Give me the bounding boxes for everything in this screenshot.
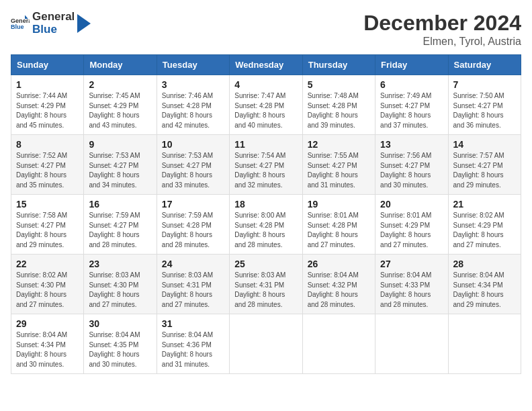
day-detail: Sunrise: 8:04 AMSunset: 4:36 PMDaylight:… (162, 331, 213, 368)
day-cell: 20 Sunrise: 8:01 AMSunset: 4:29 PMDaylig… (375, 195, 448, 255)
day-cell: 24 Sunrise: 8:03 AMSunset: 4:31 PMDaylig… (157, 255, 229, 314)
day-cell: 23 Sunrise: 8:03 AMSunset: 4:30 PMDaylig… (84, 255, 157, 314)
day-cell: 27 Sunrise: 8:04 AMSunset: 4:33 PMDaylig… (375, 255, 448, 314)
day-detail: Sunrise: 7:49 AMSunset: 4:27 PMDaylight:… (380, 92, 431, 129)
day-number: 9 (89, 139, 151, 150)
logo-general: General (32, 11, 75, 24)
day-number: 3 (162, 79, 224, 90)
day-detail: Sunrise: 8:04 AMSunset: 4:34 PMDaylight:… (16, 331, 67, 368)
day-detail: Sunrise: 8:03 AMSunset: 4:31 PMDaylight:… (162, 271, 213, 308)
day-cell: 30 Sunrise: 8:04 AMSunset: 4:35 PMDaylig… (84, 314, 157, 374)
day-number: 11 (234, 139, 297, 150)
day-number: 20 (380, 199, 443, 210)
day-number: 4 (234, 79, 297, 90)
week-row-3: 15 Sunrise: 7:58 AMSunset: 4:27 PMDaylig… (11, 195, 521, 255)
logo-icon: General Blue (11, 14, 30, 33)
day-number: 31 (162, 318, 224, 329)
day-number: 22 (16, 259, 79, 269)
day-detail: Sunrise: 7:46 AMSunset: 4:28 PMDaylight:… (162, 92, 213, 129)
day-cell: 25 Sunrise: 8:03 AMSunset: 4:31 PMDaylig… (230, 255, 302, 314)
column-header-friday: Friday (375, 55, 448, 75)
day-detail: Sunrise: 8:04 AMSunset: 4:34 PMDaylight:… (453, 271, 504, 308)
day-cell: 11 Sunrise: 7:54 AMSunset: 4:27 PMDaylig… (230, 135, 302, 195)
day-cell: 17 Sunrise: 7:59 AMSunset: 4:28 PMDaylig… (157, 195, 229, 255)
day-number: 1 (16, 79, 79, 90)
day-cell: 10 Sunrise: 7:53 AMSunset: 4:27 PMDaylig… (157, 135, 229, 195)
day-number: 28 (453, 259, 516, 269)
day-detail: Sunrise: 7:54 AMSunset: 4:27 PMDaylight:… (234, 152, 285, 189)
day-number: 7 (453, 79, 516, 90)
day-number: 21 (453, 199, 516, 210)
location: Elmen, Tyrol, Austria (363, 36, 521, 48)
logo-blue: Blue (32, 24, 75, 36)
day-cell: 4 Sunrise: 7:47 AMSunset: 4:28 PMDayligh… (230, 75, 302, 135)
day-detail: Sunrise: 7:53 AMSunset: 4:27 PMDaylight:… (89, 152, 140, 189)
page-header: General Blue General Blue December 2024 … (11, 11, 521, 48)
day-cell: 29 Sunrise: 8:04 AMSunset: 4:34 PMDaylig… (11, 314, 84, 374)
calendar-table: SundayMondayTuesdayWednesdayThursdayFrid… (11, 54, 521, 374)
svg-text:Blue: Blue (11, 24, 24, 30)
day-number: 8 (16, 139, 79, 150)
day-number: 27 (380, 259, 443, 269)
day-cell: 5 Sunrise: 7:48 AMSunset: 4:28 PMDayligh… (302, 75, 375, 135)
day-detail: Sunrise: 7:53 AMSunset: 4:27 PMDaylight:… (162, 152, 213, 189)
day-detail: Sunrise: 8:01 AMSunset: 4:29 PMDaylight:… (380, 212, 431, 248)
day-cell: 18 Sunrise: 8:00 AMSunset: 4:28 PMDaylig… (230, 195, 302, 255)
day-cell: 9 Sunrise: 7:53 AMSunset: 4:27 PMDayligh… (84, 135, 157, 195)
day-detail: Sunrise: 7:47 AMSunset: 4:28 PMDaylight:… (234, 92, 285, 129)
day-cell: 16 Sunrise: 7:59 AMSunset: 4:27 PMDaylig… (84, 195, 157, 255)
day-cell (230, 314, 302, 374)
week-row-5: 29 Sunrise: 8:04 AMSunset: 4:34 PMDaylig… (11, 314, 521, 374)
day-number: 16 (89, 199, 151, 210)
month-year: December 2024 (363, 11, 521, 36)
week-row-2: 8 Sunrise: 7:52 AMSunset: 4:27 PMDayligh… (11, 135, 521, 195)
day-detail: Sunrise: 7:50 AMSunset: 4:27 PMDaylight:… (453, 92, 504, 129)
day-detail: Sunrise: 8:04 AMSunset: 4:32 PMDaylight:… (308, 271, 359, 308)
day-number: 26 (308, 259, 370, 269)
column-header-saturday: Saturday (448, 55, 521, 75)
day-number: 19 (308, 199, 370, 210)
day-cell: 6 Sunrise: 7:49 AMSunset: 4:27 PMDayligh… (375, 75, 448, 135)
day-cell: 14 Sunrise: 7:57 AMSunset: 4:27 PMDaylig… (448, 135, 521, 195)
day-cell: 28 Sunrise: 8:04 AMSunset: 4:34 PMDaylig… (448, 255, 521, 314)
logo-arrow-icon (77, 14, 91, 33)
day-cell (448, 314, 521, 374)
day-detail: Sunrise: 8:04 AMSunset: 4:33 PMDaylight:… (380, 271, 431, 308)
day-cell: 3 Sunrise: 7:46 AMSunset: 4:28 PMDayligh… (157, 75, 229, 135)
day-number: 17 (162, 199, 224, 210)
day-number: 24 (162, 259, 224, 269)
day-cell: 12 Sunrise: 7:55 AMSunset: 4:27 PMDaylig… (302, 135, 375, 195)
day-number: 30 (89, 318, 151, 329)
column-header-thursday: Thursday (302, 55, 375, 75)
day-number: 14 (453, 139, 516, 150)
day-detail: Sunrise: 8:03 AMSunset: 4:31 PMDaylight:… (234, 271, 285, 308)
day-number: 15 (16, 199, 79, 210)
day-number: 6 (380, 79, 443, 90)
day-detail: Sunrise: 7:45 AMSunset: 4:29 PMDaylight:… (89, 92, 140, 129)
day-cell: 26 Sunrise: 8:04 AMSunset: 4:32 PMDaylig… (302, 255, 375, 314)
day-number: 23 (89, 259, 151, 269)
day-number: 29 (16, 318, 79, 329)
day-cell: 31 Sunrise: 8:04 AMSunset: 4:36 PMDaylig… (157, 314, 229, 374)
day-detail: Sunrise: 8:04 AMSunset: 4:35 PMDaylight:… (89, 331, 140, 368)
day-detail: Sunrise: 7:59 AMSunset: 4:28 PMDaylight:… (162, 212, 213, 248)
day-cell: 22 Sunrise: 8:02 AMSunset: 4:30 PMDaylig… (11, 255, 84, 314)
day-detail: Sunrise: 8:01 AMSunset: 4:28 PMDaylight:… (308, 212, 359, 248)
svg-marker-3 (77, 14, 91, 33)
column-header-monday: Monday (84, 55, 157, 75)
day-cell: 19 Sunrise: 8:01 AMSunset: 4:28 PMDaylig… (302, 195, 375, 255)
column-header-wednesday: Wednesday (230, 55, 302, 75)
day-detail: Sunrise: 7:57 AMSunset: 4:27 PMDaylight:… (453, 152, 504, 189)
day-cell: 8 Sunrise: 7:52 AMSunset: 4:27 PMDayligh… (11, 135, 84, 195)
day-detail: Sunrise: 7:58 AMSunset: 4:27 PMDaylight:… (16, 212, 67, 248)
day-cell: 2 Sunrise: 7:45 AMSunset: 4:29 PMDayligh… (84, 75, 157, 135)
day-detail: Sunrise: 7:48 AMSunset: 4:28 PMDaylight:… (308, 92, 359, 129)
day-number: 12 (308, 139, 370, 150)
day-cell: 7 Sunrise: 7:50 AMSunset: 4:27 PMDayligh… (448, 75, 521, 135)
day-cell: 1 Sunrise: 7:44 AMSunset: 4:29 PMDayligh… (11, 75, 84, 135)
day-cell: 21 Sunrise: 8:02 AMSunset: 4:29 PMDaylig… (448, 195, 521, 255)
day-cell: 15 Sunrise: 7:58 AMSunset: 4:27 PMDaylig… (11, 195, 84, 255)
day-number: 13 (380, 139, 443, 150)
day-detail: Sunrise: 7:59 AMSunset: 4:27 PMDaylight:… (89, 212, 140, 248)
day-detail: Sunrise: 8:00 AMSunset: 4:28 PMDaylight:… (234, 212, 285, 248)
